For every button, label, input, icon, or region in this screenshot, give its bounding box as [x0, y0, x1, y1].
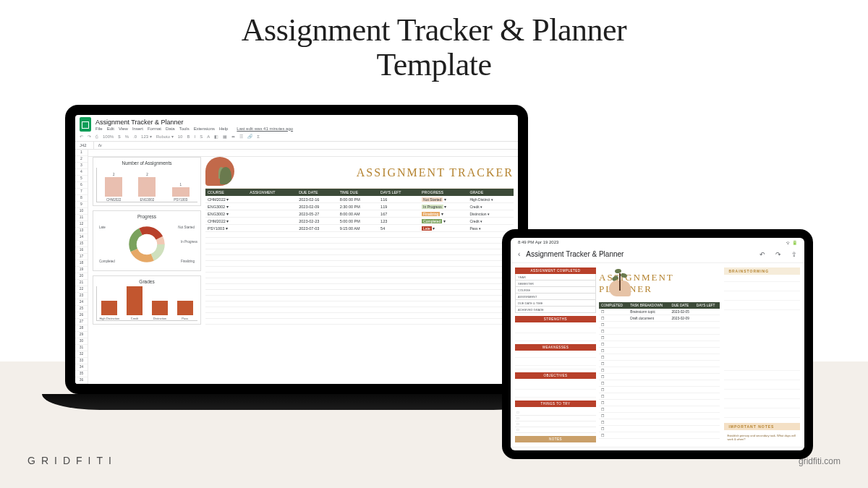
chart-title-2: Progress [96, 214, 197, 219]
tracker-table[interactable]: COURSEASSIGNMENTDUE DATETIME DUEDAYS LEF… [205, 189, 514, 325]
laptop-base [42, 394, 551, 410]
sheets-header: Assignment Tracker & Planner File Edit V… [75, 115, 518, 132]
side-row-assignment[interactable]: ASSIGNMENT [515, 294, 596, 300]
merge-icon[interactable]: ⬌ [231, 134, 235, 139]
format-number-dropdown[interactable]: 123 ▾ [141, 134, 152, 139]
menu-tools[interactable]: Tools [179, 127, 190, 131]
weaknesses-area[interactable] [515, 354, 596, 369]
section-notes: NOTES [515, 436, 596, 442]
planner-main: ASSIGNMENT PLANNER COMPLETEDTASK BREAKDO… [599, 267, 800, 442]
currency-icon[interactable]: $ [118, 134, 120, 139]
strikethrough-icon[interactable]: S [200, 134, 203, 139]
table-row[interactable]: Brainstorm topic2023-02-05 [599, 309, 720, 315]
text-color-icon[interactable]: A [207, 134, 210, 139]
notes-text: Establish primary and secondary task. Wh… [724, 432, 800, 442]
tablet-sheets-ui: 8:49 PM Apr 19 2023 ᯤ 🔋 ‹ Assignment Tra… [511, 238, 804, 450]
chart-title-3: Grades [96, 279, 197, 284]
redo-icon[interactable]: ↷ [775, 251, 781, 258]
back-button-icon[interactable]: ‹ [518, 250, 520, 258]
section-weaknesses: WEAKNESSES [515, 344, 596, 351]
things-checklist[interactable] [515, 410, 596, 433]
table-row[interactable]: Draft document2023-02-09 [599, 315, 720, 322]
table-row[interactable]: ENG3002 ▾2023-02-092:30:00 PM119In Progr… [205, 203, 514, 210]
sheet-main-area[interactable]: Number of Assignments 2CHM20222ENG30021P… [88, 150, 518, 384]
tablet-document-title[interactable]: Assignment Tracker & Planner [526, 250, 749, 258]
google-sheets-icon[interactable] [80, 117, 91, 132]
menu-insert[interactable]: Insert [132, 127, 143, 131]
side-row-course[interactable]: COURSE [515, 287, 596, 294]
last-edit-link[interactable]: Last edit was 41 minutes ago [237, 127, 293, 131]
percent-icon[interactable]: % [125, 134, 129, 139]
menu-edit[interactable]: Edit [107, 127, 114, 131]
brainstorming-box[interactable]: BRAINSTORMING [724, 267, 800, 419]
bar-chart-1: 2CHM20222ENG30021PSY1003 [96, 168, 197, 202]
name-box[interactable]: J42 [75, 142, 94, 149]
share-icon[interactable]: ⇪ [791, 251, 797, 258]
table-row[interactable]: CHM2022 ▾2023-02-168:00:00 PM116Not Star… [205, 196, 514, 203]
status-time: 8:49 PM Apr 19 2023 [518, 240, 558, 245]
row-numbers: 1234567891011121314151617181920212223242… [75, 150, 88, 384]
completed-header: ASSIGNMENT COMPLETED [515, 267, 596, 274]
brainstorm-area[interactable] [724, 277, 800, 419]
legend-finalizing: Finalizing [181, 260, 195, 263]
tracker-heading: ASSIGNMENT TRACKER [357, 166, 514, 179]
legend-notstarted: Not Started [178, 226, 195, 229]
table-row[interactable]: ENG3002 ▾2023-05-278:00:00 AM167Finalizi… [205, 210, 514, 218]
objectives-area[interactable] [515, 382, 596, 398]
undo-icon[interactable]: ↶ [80, 134, 83, 139]
tab-assignment-tr[interactable]: Assignment Tr [554, 449, 604, 451]
menu-extensions[interactable]: Extensions [194, 127, 215, 131]
tab-assignment-planner[interactable]: Assignment Planner ▾ [604, 448, 671, 450]
legend-inprogress: In Progress [181, 240, 197, 244]
important-notes-box[interactable]: IMPORTANT NOTES Establish primary and se… [724, 423, 800, 442]
fill-color-icon[interactable]: ◧ [214, 134, 218, 139]
bar-chart-2: High DistinctionCreditDistinctionPass [96, 286, 197, 321]
notes-header: IMPORTANT NOTES [724, 423, 800, 430]
sheets-document-title[interactable]: Assignment Tracker & Planner [95, 119, 293, 126]
menu-help[interactable]: Help [219, 127, 228, 131]
tab-bonus-daily[interactable]: BONUS: Daily [671, 449, 720, 451]
table-row[interactable]: PSY1003 ▾2023-07-039:15:00 AM54Late ▾Pas… [205, 225, 514, 232]
decimal-decrease-icon[interactable]: .0 [133, 134, 137, 139]
table-row[interactable]: CHM2022 ▾2023-02-235:00:00 PM123Complete… [205, 218, 514, 225]
chart-number-assignments[interactable]: Number of Assignments 2CHM20222ENG30021P… [93, 157, 201, 206]
undo-icon[interactable]: ↶ [760, 251, 765, 258]
section-things: THINGS TO TRY [515, 401, 596, 407]
tablet-device: 8:49 PM Apr 19 2023 ᯤ 🔋 ‹ Assignment Tra… [502, 229, 813, 459]
side-row-year[interactable]: YEAR [515, 274, 596, 281]
menu-data[interactable]: Data [166, 127, 175, 131]
bold-icon[interactable]: B [187, 134, 190, 139]
side-row-due[interactable]: DUE DATE & TIME [515, 300, 596, 307]
tablet-sheet-tabs: InstructionsAssignment TrAssignment Plan… [511, 447, 804, 450]
legend-completed: Completed [99, 260, 115, 263]
borders-icon[interactable]: ▦ [223, 134, 227, 139]
chart-title-1: Number of Assignments [96, 160, 197, 166]
sheets-body: 1234567891011121314151617181920212223242… [75, 150, 518, 384]
font-dropdown[interactable]: Roboto ▾ [156, 134, 174, 139]
functions-icon[interactable]: Σ [257, 134, 260, 139]
side-row-grade[interactable]: ACHIEVED GRADE [515, 307, 596, 313]
laptop-device: Assignment Tracker & Planner File Edit V… [65, 105, 528, 416]
menu-file[interactable]: File [95, 127, 103, 131]
planner-right: BRAINSTORMING IMPORTANT NOTES Establish … [724, 267, 800, 442]
title-line-2: Template [376, 47, 491, 82]
chart-progress[interactable]: Progress Not Started In Progress Finaliz… [93, 210, 201, 271]
laptop-screen-bezel: Assignment Tracker & Planner File Edit V… [65, 105, 528, 394]
strengths-area[interactable] [515, 325, 596, 341]
zoom-value[interactable]: 100% [103, 134, 114, 139]
side-row-semester[interactable]: SEMESTER [515, 281, 596, 287]
align-icon[interactable]: ☰ [239, 134, 243, 139]
chart-grades[interactable]: Grades High DistinctionCreditDistinction… [93, 275, 201, 325]
tablet-body[interactable]: ASSIGNMENT COMPLETED YEAR SEMESTER COURS… [511, 263, 804, 447]
planner-banner: ASSIGNMENT PLANNER [599, 267, 720, 299]
tab-instructions[interactable]: Instructions [511, 449, 554, 451]
print-icon[interactable]: ⎙ [95, 134, 98, 139]
font-size-value[interactable]: 10 [178, 134, 183, 139]
planner-table[interactable]: COMPLETEDTASK BREAKDOWNDUE DATEDAYS LEFT… [599, 302, 720, 439]
redo-icon[interactable]: ↷ [88, 134, 91, 139]
menu-view[interactable]: View [119, 127, 128, 131]
menu-format[interactable]: Format [148, 127, 161, 131]
insert-link-icon[interactable]: 🔗 [247, 134, 252, 139]
plant-logo-icon [205, 157, 234, 186]
italic-icon[interactable]: I [194, 134, 195, 139]
